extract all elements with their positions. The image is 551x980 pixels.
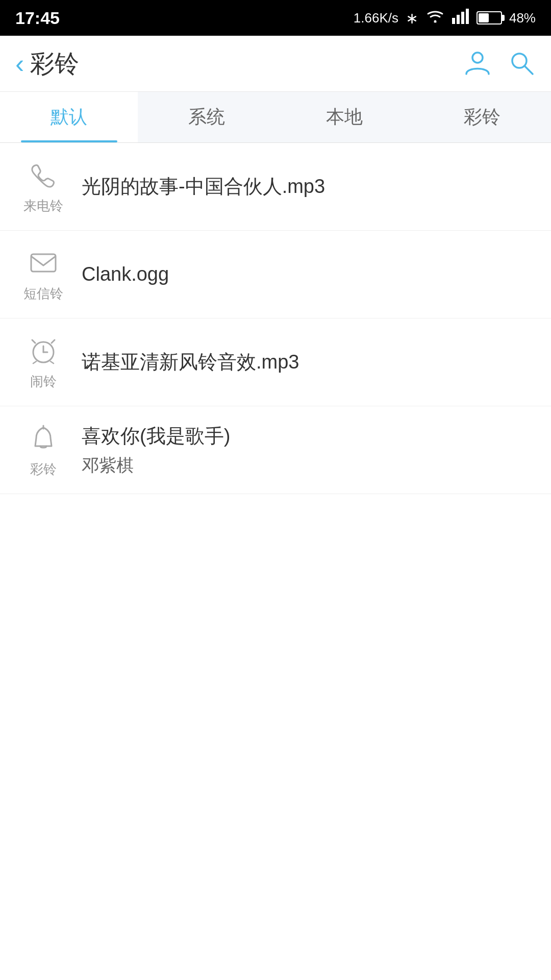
icon-label-phone: 来电铃 bbox=[23, 197, 63, 215]
item-content-message: Clank.ogg bbox=[71, 261, 536, 288]
person-icon[interactable] bbox=[463, 48, 492, 79]
svg-point-0 bbox=[434, 20, 436, 22]
svg-rect-1 bbox=[452, 18, 455, 24]
tab-local[interactable]: 本地 bbox=[276, 92, 413, 142]
tab-default[interactable]: 默认 bbox=[0, 92, 138, 142]
tab-system[interactable]: 系统 bbox=[138, 92, 276, 142]
header-left: ‹ 彩铃 bbox=[15, 47, 79, 80]
item-content-bell: 喜欢你(我是歌手) 邓紫棋 bbox=[71, 423, 536, 477]
status-bar: 17:45 1.66K/s ∗ bbox=[0, 0, 551, 36]
item-subtitle-bell: 邓紫棋 bbox=[82, 454, 536, 477]
wifi-icon bbox=[425, 9, 445, 28]
item-title-message: Clank.ogg bbox=[82, 261, 536, 288]
list-item[interactable]: 闹铃 诺基亚清新风铃音效.mp3 bbox=[0, 318, 551, 406]
item-title-bell: 喜欢你(我是歌手) bbox=[82, 423, 536, 450]
item-content-alarm: 诺基亚清新风铃音效.mp3 bbox=[71, 349, 536, 376]
list-item[interactable]: 来电铃 光阴的故事-中国合伙人.mp3 bbox=[0, 143, 551, 231]
svg-rect-8 bbox=[31, 254, 56, 272]
battery-percent: 48% bbox=[509, 10, 536, 26]
item-title-alarm: 诺基亚清新风铃音效.mp3 bbox=[82, 349, 536, 376]
item-content-phone: 光阴的故事-中国合伙人.mp3 bbox=[71, 173, 536, 200]
item-icon-phone: 来电铃 bbox=[15, 158, 71, 215]
svg-rect-3 bbox=[461, 12, 464, 24]
status-icons: 1.66K/s ∗ 48% bbox=[354, 9, 536, 28]
header-actions bbox=[463, 48, 536, 79]
svg-rect-4 bbox=[466, 9, 469, 24]
network-speed: 1.66K/s bbox=[354, 10, 398, 26]
item-icon-alarm: 闹铃 bbox=[15, 334, 71, 390]
tab-ringtone[interactable]: 彩铃 bbox=[413, 92, 551, 142]
svg-line-7 bbox=[524, 66, 533, 74]
status-time: 17:45 bbox=[15, 8, 60, 28]
item-title-phone: 光阴的故事-中国合伙人.mp3 bbox=[82, 173, 536, 200]
page-title: 彩铃 bbox=[30, 47, 79, 80]
list-item[interactable]: 彩铃 喜欢你(我是歌手) 邓紫棋 bbox=[0, 406, 551, 494]
svg-point-5 bbox=[472, 53, 483, 63]
search-icon[interactable] bbox=[507, 48, 536, 79]
item-icon-message: 短信铃 bbox=[15, 246, 71, 303]
bluetooth-icon: ∗ bbox=[406, 9, 418, 27]
icon-label-message: 短信铃 bbox=[23, 285, 63, 303]
header: ‹ 彩铃 bbox=[0, 36, 551, 92]
tab-bar: 默认 系统 本地 彩铃 bbox=[0, 92, 551, 143]
item-icon-bell: 彩铃 bbox=[15, 422, 71, 478]
battery-icon bbox=[477, 11, 502, 24]
icon-label-bell: 彩铃 bbox=[30, 460, 57, 478]
list-item[interactable]: 短信铃 Clank.ogg bbox=[0, 231, 551, 318]
signal-icon bbox=[452, 9, 469, 28]
svg-rect-2 bbox=[457, 15, 460, 24]
ringtone-list: 来电铃 光阴的故事-中国合伙人.mp3 短信铃 Clank.ogg bbox=[0, 143, 551, 494]
back-button[interactable]: ‹ bbox=[15, 51, 24, 77]
icon-label-alarm: 闹铃 bbox=[30, 373, 57, 390]
